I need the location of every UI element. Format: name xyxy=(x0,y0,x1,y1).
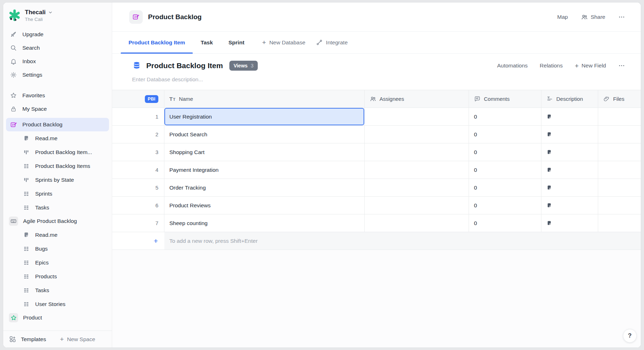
cell-comments[interactable]: 0 xyxy=(469,161,541,179)
map-button[interactable]: Map xyxy=(557,14,568,20)
sidebar-item-sprints-by-state[interactable]: Sprints by State xyxy=(6,173,109,187)
new-space-button[interactable]: + New Space xyxy=(60,336,95,343)
cell-comments[interactable]: 0 xyxy=(469,126,541,143)
row-number[interactable]: 6 xyxy=(112,197,164,214)
cell-assignees[interactable] xyxy=(365,126,469,143)
cell-name[interactable]: Order Tracking xyxy=(164,179,365,197)
sidebar-item-favorites[interactable]: Favorites xyxy=(6,89,109,102)
workspace-logo-icon xyxy=(8,9,21,22)
cell-files[interactable] xyxy=(598,197,641,214)
page-icon xyxy=(129,10,143,24)
sidebar-item-read-me[interactable]: Read.me xyxy=(6,131,109,145)
page-header: Product Backlog Map Share xyxy=(112,2,641,32)
tab-task[interactable]: Task xyxy=(193,32,220,53)
cell-assignees[interactable] xyxy=(365,108,469,126)
sidebar-item-bugs[interactable]: Bugs xyxy=(6,242,109,256)
workspace-subtitle: The Cali xyxy=(25,17,53,22)
new-database-button[interactable]: + New Database xyxy=(262,39,305,46)
add-row-plus-icon[interactable]: + xyxy=(112,232,164,250)
column-header-description[interactable]: Description xyxy=(541,90,598,108)
sidebar-item-label: Favorites xyxy=(22,92,45,99)
integrate-button[interactable]: Integrate xyxy=(316,39,348,46)
cell-name[interactable]: Sheep counting xyxy=(164,214,365,232)
cell-assignees[interactable] xyxy=(365,161,469,179)
sidebar-item-read-me[interactable]: Read.me xyxy=(6,228,109,242)
templates-button[interactable]: Templates xyxy=(21,336,46,343)
share-button[interactable]: Share xyxy=(581,13,605,21)
cell-comments[interactable]: 0 xyxy=(469,214,541,232)
database-tabs: Product Backlog ItemTaskSprint + New Dat… xyxy=(112,32,641,54)
workspace-switcher[interactable]: Thecali The Cali xyxy=(3,2,112,23)
cell-description[interactable] xyxy=(541,108,598,126)
sidebar-item-upgrade[interactable]: Upgrade xyxy=(6,28,109,41)
cell-files[interactable] xyxy=(598,126,641,143)
cell-assignees[interactable] xyxy=(365,197,469,214)
cell-description[interactable] xyxy=(541,143,598,161)
sidebar-item-products[interactable]: Products xyxy=(6,269,109,283)
help-button[interactable]: ? xyxy=(623,329,637,343)
sidebar-item-epics[interactable]: Epics xyxy=(6,256,109,269)
cell-files[interactable] xyxy=(598,143,641,161)
more-menu-button[interactable] xyxy=(618,13,625,21)
views-count: 3 xyxy=(251,63,253,69)
sidebar: Thecali The Cali UpgradeSearchInboxSetti… xyxy=(3,2,112,348)
tab-product-backlog-item[interactable]: Product Backlog Item xyxy=(121,32,193,53)
relations-button[interactable]: Relations xyxy=(540,62,563,69)
sidebar-item-user-stories[interactable]: User Stories xyxy=(6,297,109,311)
cell-name[interactable]: Shopping Cart xyxy=(164,143,365,161)
sidebar-item-product-backlog-item[interactable]: Product Backlog Item... xyxy=(6,145,109,159)
cell-name[interactable]: Product Search xyxy=(164,126,365,143)
row-number[interactable]: 2 xyxy=(112,126,164,143)
tab-sprint[interactable]: Sprint xyxy=(221,32,252,53)
sidebar-item-inbox[interactable]: Inbox xyxy=(6,55,109,68)
table-row: 5Order Tracking0 xyxy=(112,179,641,197)
cell-description[interactable] xyxy=(541,126,598,143)
row-number[interactable]: 3 xyxy=(112,143,164,161)
automations-button[interactable]: Automations xyxy=(497,62,528,69)
cell-name[interactable]: Payment Integration xyxy=(164,161,365,179)
cell-name[interactable]: Product Reviews xyxy=(164,197,365,214)
column-header-comments[interactable]: Comments xyxy=(469,90,541,108)
cell-files[interactable] xyxy=(598,161,641,179)
cell-description[interactable] xyxy=(541,179,598,197)
cell-description[interactable] xyxy=(541,161,598,179)
cell-comments[interactable]: 0 xyxy=(469,179,541,197)
sidebar-item-tasks[interactable]: Tasks xyxy=(6,283,109,297)
new-field-button[interactable]: + New Field xyxy=(575,62,606,69)
sidebar-item-search[interactable]: Search xyxy=(6,41,109,55)
sidebar-item-settings[interactable]: Settings xyxy=(6,68,109,82)
cell-files[interactable] xyxy=(598,108,641,126)
cell-name[interactable]: User Registration xyxy=(164,108,365,126)
row-number[interactable]: 1 xyxy=(112,108,164,126)
kanban-icon xyxy=(22,149,30,155)
cell-description[interactable] xyxy=(541,214,598,232)
row-number[interactable]: 5 xyxy=(112,179,164,197)
database-more-button[interactable] xyxy=(618,62,625,69)
cell-comments[interactable]: 0 xyxy=(469,197,541,214)
cell-files[interactable] xyxy=(598,214,641,232)
cell-files[interactable] xyxy=(598,179,641,197)
row-number[interactable]: 4 xyxy=(112,161,164,179)
sidebar-space-product[interactable]: Product xyxy=(6,311,109,324)
sidebar-item-my-space[interactable]: My Space xyxy=(6,102,109,116)
cell-assignees[interactable] xyxy=(365,143,469,161)
database-description-input[interactable]: Enter Database description... xyxy=(132,76,625,83)
column-header-files[interactable]: Files xyxy=(598,90,641,108)
cell-comments[interactable]: 0 xyxy=(469,143,541,161)
column-header-name[interactable]: TTName xyxy=(164,90,365,108)
sidebar-space-product-backlog[interactable]: Product Backlog xyxy=(6,118,109,131)
cell-assignees[interactable] xyxy=(365,214,469,232)
cell-description[interactable] xyxy=(541,197,598,214)
row-number[interactable]: 7 xyxy=(112,214,164,232)
gear-icon xyxy=(10,71,17,78)
database-title: Product Backlog Item xyxy=(146,61,223,70)
cell-comments[interactable]: 0 xyxy=(469,108,541,126)
column-header-assignees[interactable]: Assignees xyxy=(365,90,469,108)
cell-assignees[interactable] xyxy=(365,179,469,197)
sidebar-item-sprints[interactable]: Sprints xyxy=(6,187,109,201)
sidebar-item-product-backlog-items[interactable]: Product Backlog Items xyxy=(6,159,109,173)
views-button[interactable]: Views 3 xyxy=(229,61,258,71)
add-row[interactable]: + To add a new row, press Shift+Enter xyxy=(112,232,641,250)
sidebar-space-agile-product-backlog[interactable]: Agile Product Backlog xyxy=(6,214,109,228)
sidebar-item-tasks[interactable]: Tasks xyxy=(6,201,109,214)
